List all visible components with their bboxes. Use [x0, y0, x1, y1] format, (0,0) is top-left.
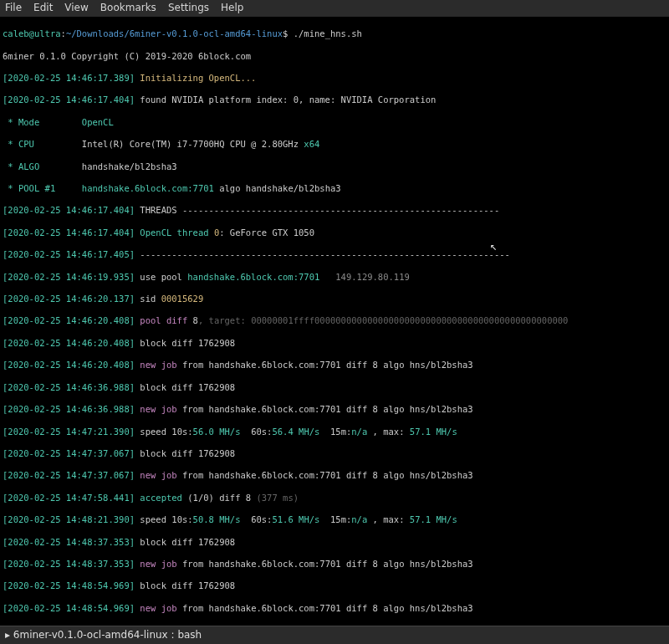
use-pool: use pool [135, 272, 187, 282]
log-line: [2020-02-25 14:46:17.405] --------------… [3, 249, 666, 260]
found-msg: found NVIDIA platform index: 0, name: NV… [135, 95, 436, 105]
job-from: from handshake.6block.com:7701 [177, 360, 346, 370]
block-diff: block diff 1762908 [135, 382, 235, 392]
timestamp: [2020-02-25 14:46:17.404] [3, 227, 135, 238]
log-line: [2020-02-25 14:46:36.988] block diff 176… [3, 382, 666, 393]
timestamp: [2020-02-25 14:48:21.390] [3, 514, 135, 524]
mode-line: * Mode OpenCL [3, 117, 666, 128]
log-line: [2020-02-25 14:46:19.935] use pool hands… [3, 272, 666, 283]
job-diff-lbl: diff [346, 360, 373, 370]
block-diff: block diff 1762908 [135, 580, 235, 590]
job-from: from handshake.6block.com:7701 [177, 603, 346, 613]
timestamp: [2020-02-25 14:46:17.404] [3, 95, 135, 105]
timestamp: [2020-02-25 14:46:17.389] [3, 73, 135, 83]
log-line: [2020-02-25 14:46:17.404] found NVIDIA p… [3, 95, 666, 105]
acc-count: (1/0) [187, 493, 214, 503]
timestamp: [2020-02-25 14:46:36.988] [3, 404, 135, 414]
log-line: [2020-02-25 14:46:20.408] block diff 176… [3, 338, 666, 349]
timestamp: [2020-02-25 14:48:54.969] [3, 580, 135, 590]
job-diff-lbl: diff [346, 470, 373, 480]
dashes: ----------------------------------------… [135, 249, 510, 259]
pool-algo: algo handshake/bl2bsha3 [214, 183, 341, 193]
log-line: [2020-02-25 14:47:37.067] new job from h… [3, 470, 666, 481]
mode-label: * Mode [3, 117, 82, 127]
speed-lbl: speed [135, 427, 171, 437]
timestamp: [2020-02-25 14:46:17.404] [3, 205, 135, 215]
s15-lbl: 15m: [319, 514, 351, 524]
mhs: MH/s [431, 427, 457, 437]
cpu-value: Intel(R) Core(TM) i7-7700HQ CPU @ 2.80GH… [82, 139, 304, 149]
gpu-name: : GeForce GTX 1050 [219, 227, 314, 238]
acc-diff-lbl: diff [214, 493, 246, 503]
mode-value: OpenCL [82, 117, 114, 127]
pool-label: * POOL #1 [3, 183, 82, 193]
timestamp: [2020-02-25 14:47:21.390] [3, 427, 135, 437]
timestamp: [2020-02-25 14:47:37.067] [3, 470, 135, 480]
acc-ms: (377 ms) [251, 493, 299, 503]
pool-ip: 149.129.80.119 [319, 272, 409, 282]
prompt-line: caleb@ultra:~/Downloads/6miner-v0.1.0-oc… [3, 28, 666, 39]
log-line: [2020-02-25 14:46:17.404] THREADS ------… [3, 205, 666, 216]
s60-lbl: 60s: [241, 514, 273, 524]
job-from: from handshake.6block.com:7701 [177, 404, 346, 414]
menu-view[interactable]: View [64, 3, 88, 13]
log-line: [2020-02-25 14:46:36.988] new job from h… [3, 404, 666, 415]
mhs: MH/s [294, 427, 320, 437]
job-algo: algo hns/bl2bsha3 [378, 470, 473, 480]
timestamp: [2020-02-25 14:46:20.137] [3, 294, 135, 304]
pool-value: handshake.6block.com:7701 [82, 183, 214, 193]
target: , target: 00000001ffff000000000000000000… [198, 315, 569, 325]
timestamp: [2020-02-25 14:46:36.988] [3, 382, 135, 392]
new-job: new job [135, 559, 177, 569]
s10-lbl: 10s: [171, 427, 192, 437]
timestamp: [2020-02-25 14:47:58.441] [3, 493, 135, 503]
s10-val: 50.8 [193, 514, 214, 524]
menu-bookmarks[interactable]: Bookmarks [100, 3, 156, 13]
menu-settings[interactable]: Settings [168, 3, 209, 13]
tab-indicator-icon: ▸ [5, 630, 10, 641]
speed-line: [2020-02-25 14:48:21.390] speed 10s:50.8… [3, 514, 666, 525]
new-job: new job [135, 404, 177, 414]
menu-bar: File Edit View Bookmarks Settings Help [0, 0, 669, 17]
s15-val: n/a [351, 514, 367, 524]
timestamp: [2020-02-25 14:46:17.405] [3, 249, 135, 259]
new-job: new job [135, 360, 177, 370]
cpu-arch: x64 [304, 139, 319, 149]
mhs: MH/s [214, 514, 241, 524]
timestamp: [2020-02-25 14:47:37.067] [3, 448, 135, 458]
mhs: MH/s [294, 514, 320, 524]
terminal-output[interactable]: caleb@ultra:~/Downloads/6miner-v0.1.0-oc… [0, 17, 669, 644]
pool-host: handshake.6block.com:7701 [187, 272, 319, 282]
log-line: [2020-02-25 14:48:37.353] block diff 176… [3, 537, 666, 548]
status-tab[interactable]: 6miner-v0.1.0-ocl-amd64-linux : bash [13, 630, 202, 641]
algo-label: * ALGO [3, 161, 82, 171]
menu-edit[interactable]: Edit [33, 3, 53, 13]
job-algo: algo hns/bl2bsha3 [378, 404, 473, 414]
s15-lbl: 15m: [319, 427, 351, 437]
menu-help[interactable]: Help [221, 3, 243, 13]
job-algo: algo hns/bl2bsha3 [378, 360, 473, 370]
log-line: [2020-02-25 14:47:58.441] accepted (1/0)… [3, 493, 666, 503]
command: ./mine_hns.sh [288, 28, 362, 38]
mhs: MH/s [431, 514, 457, 524]
timestamp: [2020-02-25 14:46:20.408] [3, 338, 135, 348]
timestamp: [2020-02-25 14:46:20.408] [3, 360, 135, 370]
log-line: [2020-02-25 14:48:54.969] block diff 176… [3, 580, 666, 591]
log-line: [2020-02-25 14:46:20.408] pool diff 8, t… [3, 315, 666, 326]
cursor-icon: ↖ [490, 241, 497, 252]
ocl-thread: OpenCL thread [135, 227, 214, 238]
log-line: [2020-02-25 14:46:17.389] Initializing O… [3, 73, 666, 84]
speed-line: [2020-02-25 14:47:21.390] speed 10s:56.0… [3, 427, 666, 437]
menu-file[interactable]: File [5, 3, 22, 13]
copyright-line: 6miner 0.1.0 Copyright (C) 2019-2020 6bl… [3, 51, 666, 62]
block-diff: block diff 1762908 [135, 448, 235, 458]
pool-line: * POOL #1 handshake.6block.com:7701 algo… [3, 183, 666, 194]
algo-value: handshake/bl2bsha3 [82, 161, 177, 171]
pool-diff-label: pool diff [135, 315, 193, 325]
speed-lbl: speed [135, 514, 171, 524]
s60-val: 51.6 [272, 514, 293, 524]
smax-lbl: , max: [367, 427, 410, 437]
new-job: new job [135, 603, 177, 613]
block-diff: block diff 1762908 [135, 338, 235, 348]
cpu-line: * CPU Intel(R) Core(TM) i7-7700HQ CPU @ … [3, 139, 666, 150]
